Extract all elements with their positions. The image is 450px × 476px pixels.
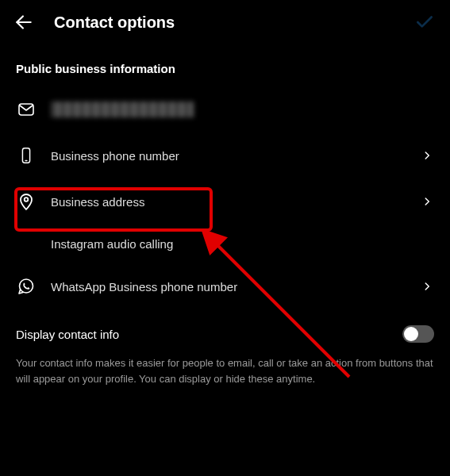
email-value-redacted [51,102,194,117]
confirm-button[interactable] [413,11,436,33]
whatsapp-icon [16,276,37,297]
chevron-right-icon [420,148,434,163]
check-icon [414,12,435,33]
contact-row-whatsapp[interactable]: WhatsApp Business phone number [0,263,450,309]
back-button[interactable] [13,11,35,33]
display-contact-info-toggle[interactable] [402,325,434,343]
contact-row-phone[interactable]: Business phone number [0,132,450,178]
display-contact-info-row: Display contact info [0,309,450,349]
svg-point-4 [25,198,29,202]
phone-label: Business phone number [51,149,406,163]
arrow-left-icon [13,12,34,33]
display-contact-info-description: Your contact info makes it easier for pe… [0,349,450,393]
location-pin-icon [16,191,37,212]
phone-icon [16,145,37,166]
mail-icon [16,99,37,120]
contact-row-email[interactable] [0,86,450,132]
svg-point-5 [20,279,33,293]
contact-row-audio-calling[interactable]: Instagram audio calling [0,225,450,263]
address-label: Business address [51,195,406,209]
page-title: Contact options [54,13,175,32]
section-header-public-business: Public business information [0,44,450,86]
chevron-right-icon [420,279,434,294]
audio-calling-label: Instagram audio calling [51,237,434,251]
toggle-knob [404,327,418,341]
header: Contact options [0,0,450,44]
chevron-right-icon [420,194,434,209]
display-contact-info-title: Display contact info [16,328,393,341]
contact-row-address[interactable]: Business address [0,178,450,225]
whatsapp-label: WhatsApp Business phone number [51,280,406,294]
